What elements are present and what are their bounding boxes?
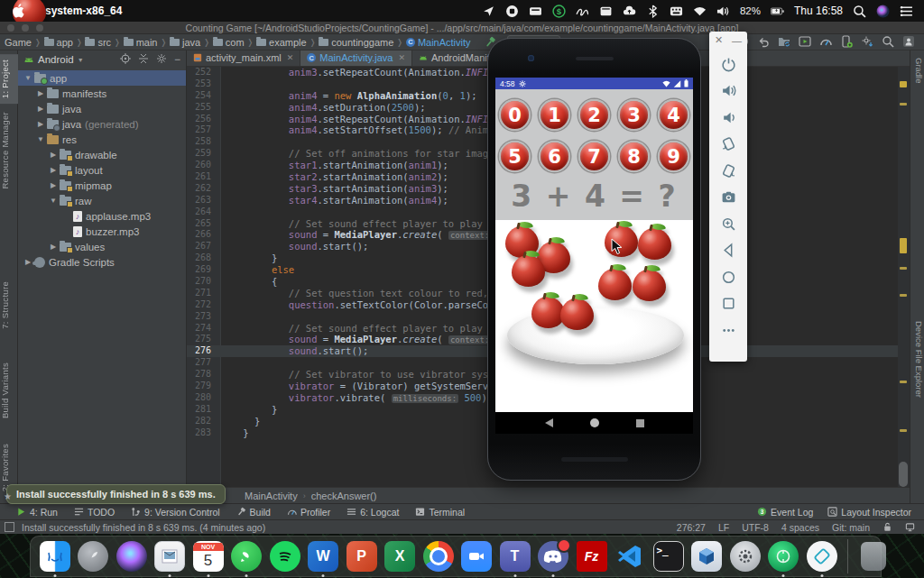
toolwindow-button-device-file-explorer[interactable]: Device File Explorer [911,321,924,398]
status-widget-276-27[interactable]: 276:27 [677,522,706,533]
emulator-screenshot-button[interactable] [718,188,738,207]
emulator-power-button[interactable] [718,54,738,74]
tree-item-layout[interactable]: ▶layout [18,162,186,178]
tree-item-raw[interactable]: ▼raw [18,193,186,208]
number-button-3[interactable]: 3 [618,99,650,131]
emulator-volume-down-button[interactable] [718,107,738,127]
number-button-1[interactable]: 1 [539,99,570,131]
dollar-icon[interactable]: $ [552,5,566,18]
number-button-8[interactable]: 8 [618,141,650,172]
lock-icon[interactable] [882,522,892,532]
breadcrumb-app[interactable]: app [43,37,74,48]
toolwindow-button--structure[interactable]: 7: Structure [0,276,18,335]
search-icon[interactable] [882,35,894,50]
close-icon[interactable]: ✕ [715,34,723,46]
siri-icon[interactable] [876,5,890,18]
close-tab-icon[interactable]: ✕ [398,53,405,62]
dock-icon-emulator[interactable] [805,540,838,573]
volume-icon[interactable] [716,5,730,18]
tree-item-values[interactable]: ▶values [18,239,186,254]
tree-item-app[interactable]: ▼app [18,70,186,86]
toolwindow-toggle-icon[interactable] [5,522,14,532]
toolwindow-button-build[interactable]: Build [236,507,271,518]
number-button-6[interactable]: 6 [539,141,570,172]
toolwindow-button-9-version-control[interactable]: 9: Version Control [131,507,219,518]
toolwindow-button-resource-manager[interactable]: Resource Manager [0,106,18,195]
back-button[interactable] [545,418,553,427]
editor-tab-activity-main-xml[interactable]: activity_main.xml✕ [187,50,300,66]
emulator-rotate-right-button[interactable] [718,161,738,180]
dock-icon-word[interactable]: W [307,540,340,573]
scribble-icon[interactable] [576,5,589,18]
toolwindow-button-profiler[interactable]: Profiler [287,507,330,518]
project-view-select[interactable]: Android [38,54,74,65]
dock-icon-zoom[interactable] [460,540,494,573]
breadcrumb-mainactivity[interactable]: CMainActivity [405,37,472,48]
location-icon[interactable] [482,5,495,18]
list-icon[interactable] [900,5,913,18]
dock-icon-settings[interactable] [728,540,762,573]
avatar-icon[interactable] [902,35,915,50]
breadcrumb-example[interactable]: example [255,37,308,48]
emulator-rotate-left-button[interactable] [718,134,738,154]
dock-icon-spotify[interactable] [268,540,301,573]
toolwindow-button-todo[interactable]: TODO [74,507,115,518]
minimize-icon[interactable]: — [732,35,742,46]
toolwindow-button-6-logcat[interactable]: 6: Logcat [346,507,399,518]
dock-icon-terminal[interactable]: >_ [651,540,685,573]
searchW-icon[interactable] [853,5,866,18]
breadcrumb-com[interactable]: com [212,37,245,48]
recents-button[interactable] [636,419,644,427]
dock-icon-finder[interactable] [38,540,71,573]
bluetooth-icon[interactable] [646,5,660,18]
tree-item-java[interactable]: ▶java [18,101,186,116]
breadcrumb-method[interactable]: checkAnswer() [311,491,377,501]
breadcrumb-countinggame[interactable]: countinggame [318,37,394,48]
number-button-7[interactable]: 7 [578,141,610,172]
sdk-gear-icon[interactable] [861,35,873,50]
dock-icon-vscode[interactable] [614,540,647,573]
emulator-screen[interactable]: 4:58 01234 56789 3 + 4 = ? [495,78,693,434]
toolwindow-button-gradle[interactable]: Gradle [911,58,924,84]
dock-icon-discord[interactable] [537,540,570,573]
close-tab-icon[interactable]: ✕ [287,53,294,62]
emulator-back-button[interactable] [718,241,738,261]
dock-icon-trash[interactable] [856,540,890,573]
tree-item-drawable[interactable]: ▶drawable [18,147,186,162]
dock-icon-calendar[interactable]: NOV5 [191,540,225,573]
editor-tab-mainactivity-java[interactable]: CMainActivity.java✕ [300,50,412,66]
dock-icon-android-studio[interactable] [767,540,800,573]
cloud-icon[interactable] [623,5,636,18]
battery-icon[interactable] [771,5,784,18]
status-widget-4-spaces[interactable]: 4 spaces [781,522,819,533]
tree-item-manifests[interactable]: ▶manifests [18,86,186,101]
breadcrumb-src[interactable]: src [84,37,112,48]
tree-item-mipmap[interactable]: ▶mipmap [18,178,186,193]
emulator-volume-up-button[interactable] [718,81,738,101]
dock-icon-siri[interactable] [115,540,148,573]
display-icon[interactable] [529,5,542,18]
collapse-all-icon[interactable] [138,53,149,66]
dock-icon-mail[interactable] [153,540,187,573]
dock-icon-excel[interactable]: X [383,540,417,573]
keyboard-icon[interactable] [670,5,683,18]
toolwindow-button-4-run[interactable]: 4: Run [16,507,58,518]
screen-icon[interactable] [905,522,915,532]
breadcrumb-class[interactable]: MainActivity [245,491,298,501]
toolwindow-button--project[interactable]: 1: Project [0,54,18,104]
widget-event-log[interactable]: 3Event Log [757,507,813,518]
run-window-icon[interactable] [799,35,811,50]
tree-item-res[interactable]: ▼res [18,132,186,147]
toolwindow-button-terminal[interactable]: Terminal [415,507,465,518]
status-widget-git-main[interactable]: Git: main [832,522,870,533]
status-widget-lf[interactable]: LF [718,522,729,533]
dock-icon-whatsapp[interactable] [230,540,263,573]
hide-panel-icon[interactable]: − [174,56,180,63]
dock-icon-launchpad[interactable] [77,540,110,573]
dock-icon-chrome[interactable] [421,540,455,573]
emulator-more-button[interactable] [718,320,738,340]
profiler-icon[interactable] [819,35,832,50]
toolwindow-button-build-variants[interactable]: Build Variants [0,357,18,424]
number-button-2[interactable]: 2 [578,99,610,131]
number-button-4[interactable]: 4 [658,99,689,131]
